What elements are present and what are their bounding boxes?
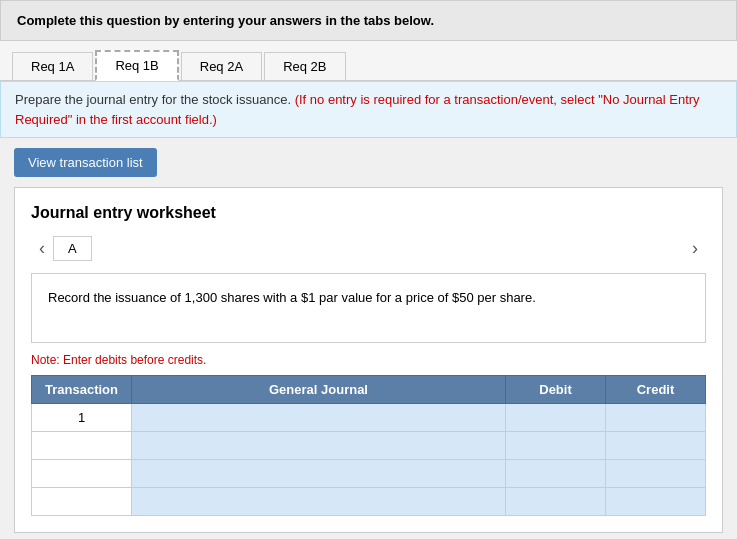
debit-input-4[interactable] [506, 488, 605, 515]
worksheet-title: Journal entry worksheet [31, 204, 706, 222]
general-journal-cell-3[interactable] [132, 460, 506, 488]
next-card-arrow[interactable]: › [684, 238, 706, 259]
debit-input-1[interactable] [506, 404, 605, 431]
debit-cell-4[interactable] [506, 488, 606, 516]
top-instruction: Complete this question by entering your … [0, 0, 737, 41]
tab-req1b[interactable]: Req 1B [95, 50, 178, 81]
debit-input-3[interactable] [506, 460, 605, 487]
col-header-general: General Journal [132, 376, 506, 404]
general-journal-input-2[interactable] [132, 432, 505, 459]
general-journal-cell-2[interactable] [132, 432, 506, 460]
tab-req2a[interactable]: Req 2A [181, 52, 262, 80]
record-text: Record the issuance of 1,300 shares with… [48, 290, 536, 305]
transaction-cell: 1 [32, 404, 132, 432]
table-row [32, 460, 706, 488]
debit-cell-2[interactable] [506, 432, 606, 460]
tab-req2b[interactable]: Req 2B [264, 52, 345, 80]
general-journal-input-3[interactable] [132, 460, 505, 487]
credit-cell-3[interactable] [606, 460, 706, 488]
general-journal-cell-4[interactable] [132, 488, 506, 516]
credit-input-2[interactable] [606, 432, 705, 459]
transaction-cell-2 [32, 432, 132, 460]
credit-input-4[interactable] [606, 488, 705, 515]
card-label: A [53, 236, 92, 261]
record-box: Record the issuance of 1,300 shares with… [31, 273, 706, 343]
worksheet-container: Journal entry worksheet ‹ A › Record the… [14, 187, 723, 533]
debit-input-2[interactable] [506, 432, 605, 459]
sub-instruction-text: Prepare the journal entry for the stock … [15, 92, 291, 107]
sub-instruction-bar: Prepare the journal entry for the stock … [0, 81, 737, 138]
view-transaction-button[interactable]: View transaction list [14, 148, 157, 177]
table-row [32, 432, 706, 460]
col-header-credit: Credit [606, 376, 706, 404]
table-row: 1 [32, 404, 706, 432]
debit-cell-1[interactable] [506, 404, 606, 432]
debit-cell-3[interactable] [506, 460, 606, 488]
col-header-transaction: Transaction [32, 376, 132, 404]
journal-table: Transaction General Journal Debit Credit… [31, 375, 706, 516]
credit-input-1[interactable] [606, 404, 705, 431]
general-journal-input-4[interactable] [132, 488, 505, 515]
credit-input-3[interactable] [606, 460, 705, 487]
table-row [32, 488, 706, 516]
card-nav: ‹ A › [31, 236, 706, 261]
tab-req1a[interactable]: Req 1A [12, 52, 93, 80]
credit-cell-4[interactable] [606, 488, 706, 516]
transaction-cell-3 [32, 460, 132, 488]
instruction-text: Complete this question by entering your … [17, 13, 434, 28]
credit-cell-2[interactable] [606, 432, 706, 460]
credit-cell-1[interactable] [606, 404, 706, 432]
general-journal-input-1[interactable] [132, 404, 505, 431]
transaction-cell-4 [32, 488, 132, 516]
col-header-debit: Debit [506, 376, 606, 404]
prev-card-arrow[interactable]: ‹ [31, 238, 53, 259]
tabs-bar: Req 1A Req 1B Req 2A Req 2B [0, 41, 737, 81]
note-text: Note: Enter debits before credits. [31, 353, 706, 367]
general-journal-cell-1[interactable] [132, 404, 506, 432]
